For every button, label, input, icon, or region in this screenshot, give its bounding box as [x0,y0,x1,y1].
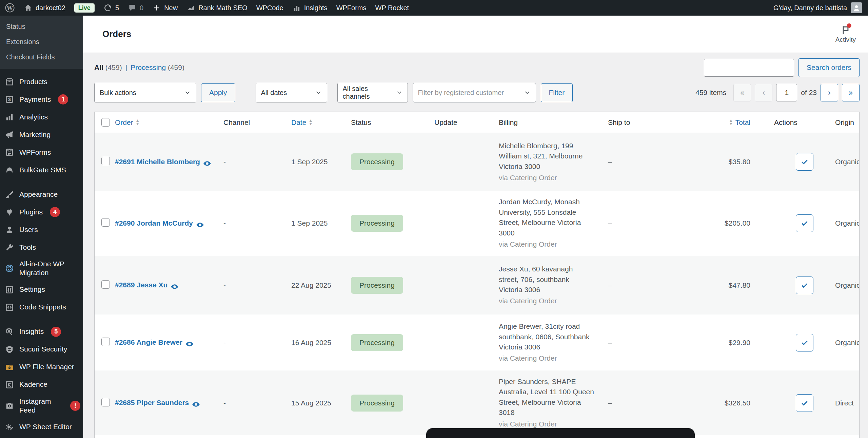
bulk-actions-select[interactable]: Bulk actions [94,83,196,102]
admin-bar: W darkoct02 Live 5 0 New Rank Math SEOWP… [0,0,868,16]
activity-panel-button[interactable]: Activity [835,25,856,43]
admin-bar-account[interactable]: G'day, Danny de battista [773,2,862,13]
sidebar-item-settings[interactable]: Settings [0,281,83,299]
sidebar-item-label: Marketing [19,130,51,139]
complete-order-button[interactable] [796,153,813,171]
home-icon [24,3,33,12]
sidebar-item-sucuri-security[interactable]: Sucuri Security [0,341,83,358]
order-preview-eye-icon[interactable] [185,340,194,348]
complete-order-button[interactable] [796,394,813,412]
sidebar-item-analytics[interactable]: Analytics [0,108,83,126]
wordpress-logo-icon[interactable]: W [5,3,15,13]
sidebar-item-bulkgate-sms[interactable]: BulkGate SMS [0,161,83,179]
order-preview-eye-icon[interactable] [203,159,212,168]
submenu-item-checkout-fields[interactable]: Checkout Fields [0,50,83,65]
count-badge: 1 [58,94,68,104]
view-processing-link[interactable]: Processing [131,63,166,71]
comments-menu[interactable]: 0 [128,3,143,12]
filter-button[interactable]: Filter [541,83,573,102]
last-page-button[interactable]: » [842,84,860,101]
prev-page-button[interactable]: ‹ [755,84,772,101]
sidebar-item-payments[interactable]: $Payments1 [0,91,83,108]
ship-to-cell: – [608,399,689,407]
dates-filter-select[interactable]: All dates [256,83,327,102]
select-all-checkbox[interactable] [101,118,110,127]
sidebar-item-plugins[interactable]: Plugins4 [0,203,83,221]
sidebar-item-tools[interactable]: Tools [0,239,83,256]
sidebar-item-instagram-feed[interactable]: Instagram Feed! [0,394,83,418]
checkbox-cell [95,280,115,290]
plus-icon [152,3,161,12]
admin-bar-item-insights[interactable]: Insights [292,3,328,12]
billing-via: via Catering Order [499,173,594,183]
total-cell: $35.80 [689,158,774,166]
sidebar-item-label: WPForms [19,148,51,157]
date-cell: 1 Sep 2025 [291,219,351,227]
sidebar-item-wp-file-manager[interactable]: WWP File Manager [0,358,83,376]
orders-table: Order▲▼ChannelDate▲▼StatusUpdateBillingS… [94,112,860,438]
column-header-channel: Channel [223,118,291,127]
sort-link[interactable]: Date [291,118,306,127]
new-content-menu[interactable]: New [152,3,178,12]
sidebar-item-wp-sheet-editor-woocommerce[interactable]: WP Sheet Editor - WooCommerce [0,436,83,438]
sidebar-item-kadence[interactable]: Kadence [0,376,83,394]
site-name: darkoct02 [36,4,65,12]
row-checkbox[interactable] [101,157,110,165]
order-link[interactable]: #2690 Jordan McCurdy [115,216,193,230]
sales-channel-select[interactable]: All sales channels [337,83,408,102]
view-all-link[interactable]: All [94,63,103,71]
site-name-menu[interactable]: darkoct02 [24,3,65,12]
complete-order-button[interactable] [796,214,813,232]
order-preview-eye-icon[interactable] [196,221,204,229]
sidebar-item-all-in-one-wp-migration[interactable]: All-in-One WP Migration [0,256,83,281]
complete-order-button[interactable] [796,334,813,351]
sidebar-item-users[interactable]: Users [0,221,83,239]
wordpress-admin-screen: W darkoct02 Live 5 0 New Rank Math SEOWP… [0,0,868,438]
column-header-total: ▲▼Total [689,118,774,127]
updates-menu[interactable]: 5 [103,3,119,12]
next-page-button[interactable]: › [821,84,838,101]
admin-bar-item-wp-rocket[interactable]: WP Rocket [375,4,409,12]
admin-bar-item-wpforms[interactable]: WPForms [336,4,367,12]
order-link[interactable]: #2685 Piper Saunders [115,396,189,410]
admin-bar-item-rank-math-seo[interactable]: Rank Math SEO [186,3,248,12]
greeting-text: G'day, Danny de battista [773,4,847,12]
order-cell: #2690 Jordan McCurdy [115,216,223,230]
sort-link[interactable]: Order [115,118,133,127]
search-orders-input[interactable] [704,59,794,77]
sidebar-item-products[interactable]: Products [0,73,83,91]
row-checkbox[interactable] [101,338,110,346]
first-page-button[interactable]: « [733,84,751,101]
apply-button[interactable]: Apply [201,83,235,102]
sidebar-item-wpforms[interactable]: WPForms [0,144,83,161]
row-checkbox[interactable] [101,218,110,227]
order-link[interactable]: #2691 Michelle Blomberg [115,155,200,169]
payments-icon: $ [5,95,14,104]
row-checkbox[interactable] [101,398,110,406]
submenu-item-status[interactable]: Status [0,19,83,34]
admin-bar-item-wpcode[interactable]: WPCode [256,4,283,12]
billing-via: via Catering Order [499,239,594,249]
sidebar-item-code-snippets[interactable]: Code Snippets [0,299,83,316]
sucuri-security-icon [5,345,14,354]
channel-cell: - [223,219,291,227]
order-link[interactable]: #2689 Jesse Xu [115,278,167,292]
complete-order-button[interactable] [796,277,813,294]
sidebar-item-insights[interactable]: Insights5 [0,323,83,341]
row-checkbox[interactable] [101,280,110,289]
order-preview-eye-icon[interactable] [170,282,179,291]
order-preview-eye-icon[interactable] [192,400,200,409]
sidebar-item-marketing[interactable]: Marketing [0,126,83,144]
sort-link[interactable]: Total [735,118,750,127]
search-orders-button[interactable]: Search orders [798,58,860,77]
submenu-item-extensions[interactable]: Extensions [0,34,83,50]
billing-via: via Catering Order [499,296,594,306]
current-page-input[interactable] [776,84,797,101]
activity-label: Activity [835,36,856,43]
admin-bar-plugin-items: Rank Math SEOWPCodeInsightsWPFormsWP Roc… [186,3,409,12]
sidebar-item-appearance[interactable]: Appearance [0,186,83,203]
order-link[interactable]: #2686 Angie Brewer [115,336,182,349]
date-cell: 1 Sep 2025 [291,158,351,166]
customer-filter-select[interactable]: Filter by registered customer [413,83,536,102]
sidebar-item-wp-sheet-editor[interactable]: WP Sheet Editor [0,418,83,436]
